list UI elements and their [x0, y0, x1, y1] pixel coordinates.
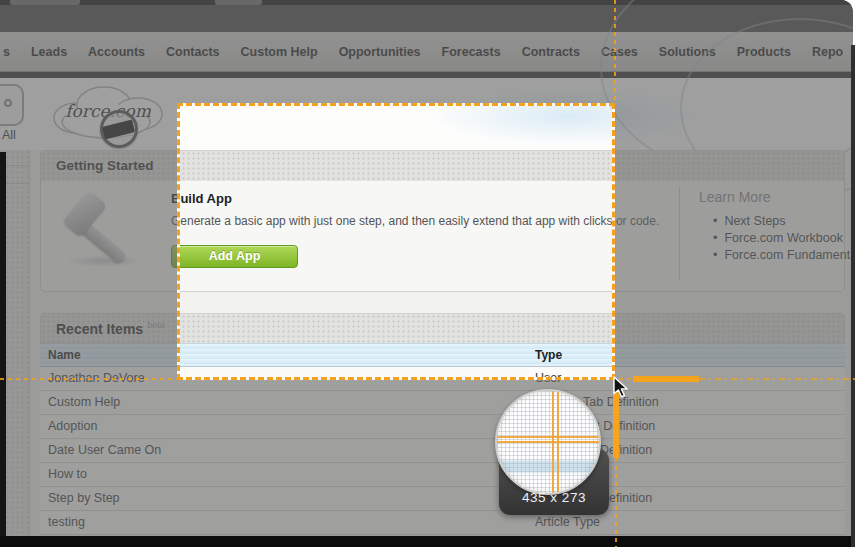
- learn-more-section: Learn More Next Steps Force.com Workbook…: [699, 189, 853, 264]
- learn-more-link-fundamentals[interactable]: Force.com Fundamenta: [699, 247, 853, 264]
- row-name-link[interactable]: Custom Help: [48, 391, 120, 414]
- nav-tab-contracts[interactable]: Contracts: [522, 45, 580, 59]
- nav-tab-partial[interactable]: s: [3, 45, 10, 59]
- mouse-cursor-icon: [612, 376, 632, 400]
- learn-more-heading: Learn More: [699, 189, 853, 205]
- row-name-link[interactable]: Adoption: [48, 415, 97, 438]
- guide-line-horizontal-right: [699, 378, 857, 380]
- capture-size-label: 435 x 273: [499, 490, 609, 505]
- magnifier-loupe: [495, 389, 601, 495]
- row-name-link[interactable]: testing: [48, 511, 85, 534]
- hammer-shadow: [65, 255, 143, 267]
- beta-badge: beta: [147, 320, 165, 330]
- row-name-link[interactable]: Step by Step: [48, 487, 120, 510]
- guide-line-vertical-bottom: [615, 458, 617, 547]
- window-tab-notch: [215, 0, 262, 5]
- search-icon: [4, 99, 12, 107]
- nav-tab-contacts[interactable]: Contacts: [166, 45, 219, 59]
- table-row[interactable]: Adoption ct Definition: [40, 415, 845, 439]
- learn-more-link-next-steps[interactable]: Next Steps: [699, 213, 853, 230]
- sidebar-search-box[interactable]: [0, 84, 24, 126]
- table-row[interactable]: Date User Came On Definition: [40, 439, 845, 463]
- row-name-link[interactable]: How to: [48, 463, 87, 486]
- build-app-hammer-icon: [59, 191, 154, 269]
- logo-stamp-bar: [102, 119, 135, 139]
- guide-line-vertical-top: [614, 0, 616, 103]
- nav-tab-accounts[interactable]: Accounts: [88, 45, 145, 59]
- table-row[interactable]: Step by Step Definition: [40, 487, 845, 511]
- window-tab-notch: [10, 0, 80, 5]
- sidebar-scope-all[interactable]: All: [2, 128, 16, 142]
- guide-line-horizontal-thick: [633, 376, 699, 382]
- window-bottom-edge: [0, 536, 853, 547]
- nav-tab-leads[interactable]: Leads: [31, 45, 67, 59]
- table-row[interactable]: Custom Help Tab Definition: [40, 391, 845, 415]
- learn-more-link-workbook[interactable]: Force.com Workbook: [699, 230, 853, 247]
- window-left-edge: [0, 152, 6, 547]
- table-row[interactable]: How to: [40, 463, 845, 487]
- guide-line-horizontal-left: [0, 378, 177, 380]
- nav-tab-custom-help[interactable]: Custom Help: [241, 45, 318, 59]
- panel-divider: [679, 187, 680, 281]
- loupe-crosshair-vertical: [552, 391, 559, 495]
- recent-items-table: Jonathan DeVore User Custom Help Tab Def…: [40, 367, 845, 535]
- nav-tab-opportunities[interactable]: Opportunities: [339, 45, 421, 59]
- table-row[interactable]: testing Article Type: [40, 511, 845, 535]
- browser-window: s Leads Accounts Contacts Custom Help Op…: [0, 0, 853, 547]
- loupe-crosshair-horizontal: [497, 436, 601, 443]
- column-header-name[interactable]: Name: [48, 344, 81, 367]
- window-right-edge: [851, 45, 855, 547]
- nav-tab-forecasts[interactable]: Forecasts: [442, 45, 501, 59]
- logo-stamp-icon: [100, 110, 138, 148]
- screen: { "nav": { "items": ["s", "Leads", "Acco…: [0, 0, 857, 547]
- recent-items-title: Recent Items: [41, 314, 143, 344]
- row-name-link[interactable]: Date User Came On: [48, 439, 161, 462]
- capture-selection-rect[interactable]: [177, 103, 615, 380]
- hammer-head: [62, 190, 107, 238]
